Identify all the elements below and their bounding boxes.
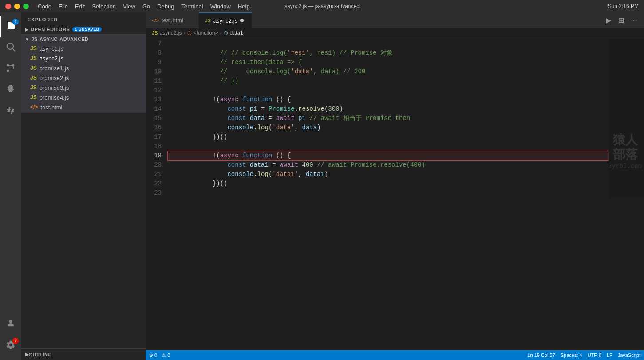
file-item-promise3[interactable]: JS promise3.js [21, 83, 146, 92]
code-line-21[interactable]: })() [168, 170, 608, 179]
titlebar: Code File Edit Selection View Go Debug T… [0, 0, 644, 12]
line-num-13: 13 [146, 95, 162, 104]
folder-header[interactable]: ▼ JS-ASYNC-ADVANCED [21, 35, 146, 44]
breadcrumb-variable-label: data1 [230, 30, 243, 36]
line-num-23: 23 [146, 188, 162, 198]
minimize-button[interactable] [14, 4, 20, 9]
menu-edit[interactable]: Edit [75, 3, 85, 10]
outline-section[interactable]: ▶ OUTLINE [21, 349, 146, 360]
spaces-display: Spaces: 4 [561, 352, 582, 358]
status-right: Ln 19 Col 57 Spaces: 4 UTF-8 LF JavaScri… [527, 352, 640, 358]
svg-rect-2 [8, 27, 12, 28]
js-icon: JS [30, 65, 37, 71]
menu-code[interactable]: Code [38, 3, 51, 10]
html-tab-icon: </> [152, 18, 159, 23]
tab-label: test.html [162, 17, 183, 24]
code-line-7[interactable]: // // console.log('res1', res1) // Promi… [168, 39, 608, 48]
line-numbers: 7 8 9 10 11 12 13 14 15 16 17 18 19 20 2… [146, 39, 168, 198]
maximize-button[interactable] [23, 4, 29, 9]
code-line-11[interactable] [168, 76, 608, 86]
file-item-promise1[interactable]: JS promise1.js [21, 63, 146, 73]
code-line-13[interactable]: const p1 = Promise.resolve(300) [168, 95, 608, 104]
svg-rect-1 [8, 25, 13, 26]
code-line-10[interactable]: // }) [168, 67, 608, 76]
code-line-14[interactable]: const data = await p1 // await 相当于 Promi… [168, 104, 608, 114]
tabs-bar: </> test.html JS async2.js ▶ ⊞ ··· [146, 12, 644, 28]
status-spaces[interactable]: Spaces: 4 [561, 352, 582, 358]
explorer-badge: 1 [12, 19, 19, 25]
activity-item-debug[interactable] [0, 80, 21, 101]
file-name: promise2.js [40, 75, 69, 81]
menu-file[interactable]: File [59, 3, 68, 10]
code-line-17[interactable] [168, 132, 608, 142]
html-icon: </> [30, 104, 38, 110]
line-num-19: 19 [146, 151, 162, 160]
status-encoding[interactable]: UTF-8 [588, 352, 601, 358]
activity-item-explorer[interactable]: 1 [0, 16, 21, 37]
code-editor[interactable]: 7 8 9 10 11 12 13 14 15 16 17 18 19 20 2… [146, 38, 644, 350]
file-item-async2[interactable]: JS async2.js [21, 53, 146, 63]
code-line-9[interactable]: // console.log('data', data) // 200 [168, 58, 608, 67]
file-item-testhtml[interactable]: </> test.html [21, 102, 146, 112]
code-content: 7 8 9 10 11 12 13 14 15 16 17 18 19 20 2… [146, 38, 644, 198]
code-line-8[interactable]: // res1.then(data => { [168, 48, 608, 58]
code-line-23[interactable] [168, 188, 608, 198]
file-name: promise1.js [40, 65, 69, 72]
status-warnings[interactable]: ⚠ 0 [162, 352, 170, 358]
file-name: promise4.js [40, 94, 69, 101]
menu-help[interactable]: Help [238, 3, 250, 10]
file-item-promise4[interactable]: JS promise4.js [21, 92, 146, 102]
status-language[interactable]: JavaScript [618, 352, 640, 358]
activity-item-search[interactable] [0, 37, 21, 59]
code-line-12[interactable]: !(async function () { [168, 86, 608, 95]
activity-item-accounts[interactable] [0, 314, 21, 335]
menu-selection[interactable]: Selection [92, 3, 115, 10]
activity-item-scm[interactable] [0, 59, 21, 80]
code-line-19[interactable]: const data1 = await 400 // await Promise… [168, 151, 608, 160]
file-name: promise3.js [40, 84, 69, 91]
error-icon: ⊗ [149, 352, 153, 358]
breadcrumb-variable[interactable]: ⬡ data1 [224, 30, 243, 36]
tab-test-html[interactable]: </> test.html [146, 12, 199, 28]
breadcrumb-file[interactable]: JS async2.js [152, 30, 182, 36]
menu-window[interactable]: Window [210, 3, 231, 10]
more-actions-button[interactable]: ··· [629, 16, 639, 25]
code-line-15[interactable]: console.log('data', data) [168, 114, 608, 123]
sidebar-bottom: ▶ OUTLINE [21, 348, 146, 360]
breadcrumb-function[interactable]: ⬡ <function> [187, 30, 218, 36]
line-num-21: 21 [146, 170, 162, 179]
code-line-20[interactable]: console.log('data1', data1) [168, 160, 608, 170]
svg-point-5 [7, 64, 9, 67]
line-num-20: 20 [146, 160, 162, 170]
code-line-16[interactable]: })() [168, 123, 608, 132]
watermark-url: www.97yrbl.com [608, 162, 642, 171]
open-editors-label: OPEN EDITORS [31, 27, 70, 32]
open-editors-header[interactable]: ▶ OPEN EDITORS 1 UNSAVED [21, 25, 146, 34]
code-line-18[interactable]: !(async function () { [168, 142, 608, 151]
file-item-async1[interactable]: JS async1.js [21, 44, 146, 53]
open-editors-badge: 1 UNSAVED [72, 27, 101, 32]
run-button[interactable]: ▶ [604, 15, 613, 25]
minimap: 猿人部落 www.97yrbl.com [608, 39, 644, 198]
activity-item-settings[interactable]: 1 [0, 335, 21, 356]
line-num-10: 10 [146, 67, 162, 76]
line-num-11: 11 [146, 76, 162, 86]
menu-view[interactable]: View [123, 3, 135, 10]
menu-go[interactable]: Go [142, 3, 150, 10]
status-errors[interactable]: ⊗ 0 [149, 352, 157, 358]
activity-item-extensions[interactable] [0, 101, 21, 123]
status-line-col[interactable]: Ln 19 Col 57 [527, 352, 555, 358]
close-button[interactable] [5, 4, 11, 9]
status-line-ending[interactable]: LF [607, 352, 612, 358]
split-editor-button[interactable]: ⊞ [616, 15, 626, 25]
menu-terminal[interactable]: Terminal [182, 3, 203, 10]
breadcrumb-function-label: <function> [194, 30, 218, 36]
code-line-22[interactable] [168, 179, 608, 188]
warning-icon: ⚠ [162, 352, 166, 358]
tab-async2-js[interactable]: JS async2.js [199, 12, 252, 28]
line-num-9: 9 [146, 58, 162, 67]
breadcrumb-file-label: async2.js [159, 30, 182, 36]
file-item-promise2[interactable]: JS promise2.js [21, 73, 146, 83]
menu-debug[interactable]: Debug [157, 3, 174, 10]
breadcrumb-sep2: › [220, 30, 222, 36]
